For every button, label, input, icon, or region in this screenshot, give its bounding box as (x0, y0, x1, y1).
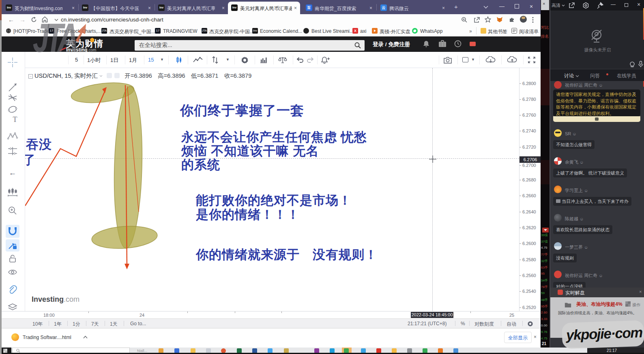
svg-text:JTA: JTA (33, 20, 77, 58)
